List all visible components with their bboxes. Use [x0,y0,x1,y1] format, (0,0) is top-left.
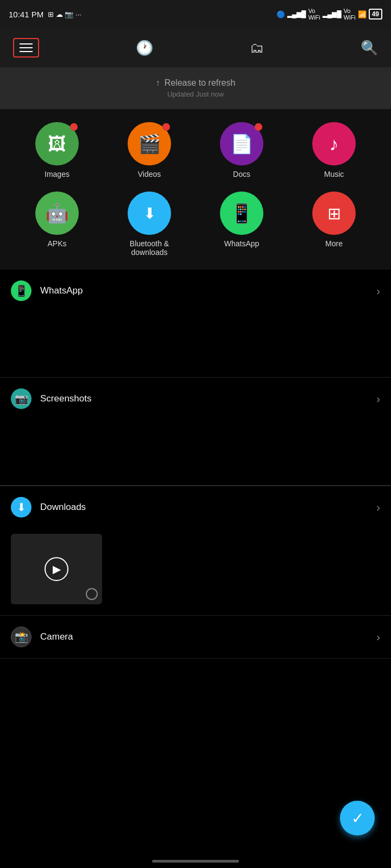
time-display: 10:41 PM [9,10,43,19]
camera-chevron-icon: › [376,631,380,643]
folder-button[interactable]: 🗂 [250,40,264,56]
whatsapp-chevron-icon: › [376,285,380,297]
videos-badge [162,123,170,131]
thumb-circle-indicator [86,588,98,600]
videos-icon: 🎬 [138,133,161,155]
play-icon: ▶ [53,563,61,576]
camera-section-title: Camera [40,631,376,642]
screenshots-section: 📷 Screenshots › [0,378,391,486]
downloads-chevron-icon: › [376,501,380,514]
images-icon-circle: 🖼 [35,122,79,165]
whatsapp-icon-circle: 📱 [220,192,263,235]
signal-bars-2: ▂▄▆█ [323,10,342,18]
docs-icon-circle: 📄 [220,122,263,165]
more-icon-circle: ⊞ [312,192,356,235]
bluetooth-icon-circle: ⬇ [128,192,171,235]
menu-line-1 [20,43,33,44]
videos-label: Videos [138,170,161,178]
signal-bars: ▂▄▆█ [287,10,306,18]
bluetooth-down-icon: ⬇ [143,205,156,222]
refresh-banner: ↑ Release to refresh Updated Just now [0,67,391,109]
release-to-refresh-text: ↑ Release to refresh [11,78,380,88]
fab-button[interactable]: ✓ [340,801,375,835]
screenshots-section-header[interactable]: 📷 Screenshots › [0,378,391,420]
images-badge [70,123,78,131]
bluetooth-label: Bluetooth &downloads [130,239,169,257]
vo-wifi-label: VoWiFi [308,8,320,21]
whatsapp-section-icon: 📱 [11,280,31,301]
downloads-section-icon: ⬇ [11,497,31,518]
downloads-section: ⬇ Downloads › ▶ [0,486,391,616]
screenshots-section-icon: 📷 [11,388,31,409]
whatsapp-section-title: WhatsApp [40,285,376,296]
history-button[interactable]: 🕐 [136,40,153,56]
menu-button[interactable] [13,38,39,58]
status-right-icons: 🔵 ▂▄▆█ VoWiFi ▂▄▆█ VoWiFi 📶 49 [276,8,382,21]
downloads-glyph: ⬇ [17,501,26,514]
more-label: More [325,239,343,248]
downloads-section-header[interactable]: ⬇ Downloads › [0,486,391,528]
home-indicator[interactable] [152,860,239,863]
whatsapp-section: 📱 WhatsApp › [0,270,391,378]
whatsapp-section-header[interactable]: 📱 WhatsApp › [0,270,391,312]
screenshots-chevron-icon: › [376,393,380,405]
category-videos[interactable]: 🎬 Videos [111,122,187,178]
arrow-up-icon: ↑ [156,78,160,88]
images-label: Images [45,170,70,178]
search-button[interactable]: 🔍 [361,40,378,56]
vo-wifi-label-2: VoWiFi [344,8,356,21]
docs-icon: 📄 [230,133,253,155]
more-grid-icon: ⊞ [327,204,341,223]
downloads-section-title: Downloads [40,502,376,513]
category-bluetooth[interactable]: ⬇ Bluetooth &downloads [111,192,187,257]
apks-icon-circle: 🤖 [35,192,79,235]
music-icon: ♪ [330,133,339,155]
whatsapp-category-label: WhatsApp [224,239,260,248]
camera-section-header[interactable]: 📸 Camera › [0,616,391,658]
screenshots-section-title: Screenshots [40,393,376,404]
fab-icon: ✓ [351,809,364,827]
category-grid: 🖼 Images 🎬 Videos 📄 Docs ♪ Music [0,109,391,270]
status-time: 10:41 PM ⊞ ☁ 📷 ··· [9,10,81,19]
menu-line-2 [20,47,33,48]
music-icon-circle: ♪ [312,122,356,165]
menu-line-3 [20,51,33,52]
docs-badge [255,123,262,131]
images-icon: 🖼 [48,133,66,155]
category-music[interactable]: ♪ Music [296,122,372,178]
category-more[interactable]: ⊞ More [296,192,372,257]
category-docs[interactable]: 📄 Docs [204,122,280,178]
docs-label: Docs [233,170,250,178]
category-row-2: 🤖 APKs ⬇ Bluetooth &downloads 📱 WhatsApp… [11,192,380,257]
videos-icon-circle: 🎬 [128,122,171,165]
apks-label: APKs [47,239,66,248]
category-row-1: 🖼 Images 🎬 Videos 📄 Docs ♪ Music [11,122,380,178]
bluetooth-icon: 🔵 [276,10,285,18]
video-thumbnail[interactable]: ▶ [11,534,102,604]
whatsapp-icon: 📱 [230,202,253,224]
file-list: 📱 WhatsApp › 📷 Screenshots › ⬇ Downloads… [0,270,391,659]
play-button[interactable]: ▶ [45,557,68,581]
camera-section-icon: 📸 [11,627,31,647]
category-images[interactable]: 🖼 Images [19,122,95,178]
downloads-thumbnail-area: ▶ [0,528,391,615]
category-whatsapp[interactable]: 📱 WhatsApp [204,192,280,257]
camera-glyph: 📸 [15,630,28,643]
updated-timestamp: Updated Just now [11,90,380,98]
top-nav-bar: 🕐 🗂 🔍 [0,28,391,67]
whatsapp-section-content [0,312,391,377]
whatsapp-section-glyph: 📱 [15,284,28,297]
status-bar: 10:41 PM ⊞ ☁ 📷 ··· 🔵 ▂▄▆█ VoWiFi ▂▄▆█ Vo… [0,0,391,28]
screenshots-section-content [0,420,391,485]
category-apks[interactable]: 🤖 APKs [19,192,95,257]
battery-indicator: 49 [369,9,382,20]
camera-section: 📸 Camera › [0,616,391,659]
music-label: Music [324,170,344,178]
wifi-icon: 📶 [358,10,367,18]
apks-icon: 🤖 [46,202,68,224]
screenshots-glyph: 📷 [15,392,28,405]
notification-icons: ⊞ ☁ 📷 ··· [48,10,81,18]
